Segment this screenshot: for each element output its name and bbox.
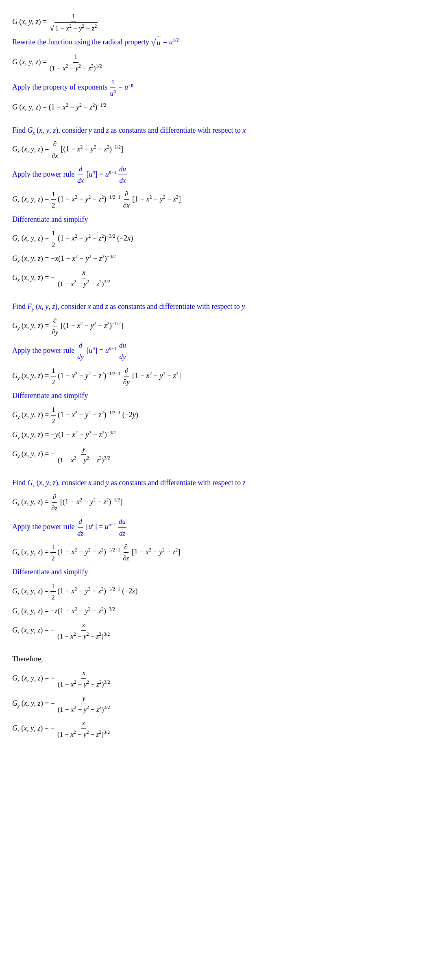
gx-step3: Gx (x, y, z) = −x(1 − x2 − y2 − z2)−3/2	[12, 253, 432, 265]
find-gx-label: Find Gx (x, y, z), consider y and z as c…	[12, 125, 432, 136]
gy-step2: Gy (x, y, z) = 1 2 (1 − x2 − y2 − z2)−1/…	[12, 404, 432, 427]
initial-function: G (x, y, z) = 1 √ 1 − x2 − y2 − z2	[12, 11, 432, 34]
gx-final: Gx (x, y, z) = − x (1 − x2 − y2 − z2)3/2	[12, 267, 432, 289]
gx-step2: Gx (x, y, z) = 1 2 (1 − x2 − y2 − z2)−3/…	[12, 228, 432, 250]
differentiate-simplify-z: Differentiate and simplify	[12, 566, 432, 578]
radical-property-label: Rewrite the function using the radical p…	[12, 36, 432, 49]
gz-step3: Gz (x, y, z) = −z(1 − x2 − y2 − z2)−3/2	[12, 605, 432, 617]
function-simplified: G (x, y, z) = (1 − x2 − y2 − z2)−1/2	[12, 101, 432, 113]
therefore-label: Therefore,	[12, 653, 432, 665]
gy-chain-rule: Gy (x, y, z) = 1 2 (1 − x2 − y2 − z2)−1/…	[12, 365, 432, 387]
gz-final: Gz (x, y, z) = − z (1 − x2 − y2 − z2)3/2	[12, 619, 432, 642]
final-gy: Gy (x, y, z) = − y (1 − x2 − y2 − z2)3/2	[12, 693, 432, 715]
differentiate-simplify-y: Differentiate and simplify	[12, 390, 432, 402]
exponents-property-label: Apply the property of exponents 1 un = u…	[12, 77, 432, 99]
power-rule-y-label: Apply the power rule d dy [un] = un−1 du…	[12, 340, 432, 362]
math-document: G (x, y, z) = 1 √ 1 − x2 − y2 − z2 Rewri…	[12, 11, 432, 740]
rewritten-function: G (x, y, z) = 1 (1 − x2 − y2 − z2)1/2	[12, 51, 432, 74]
final-gx: Gx (x, y, z) = − x (1 − x2 − y2 − z2)3/2	[12, 667, 432, 690]
gx-chain-rule: Gx (x, y, z) = 1 2 (1 − x2 − y2 − z2)−1/…	[12, 188, 432, 211]
gz-chain-rule: Gz (x, y, z) = 1 2 (1 − x2 − y2 − z2)−1/…	[12, 541, 432, 564]
power-rule-x-label: Apply the power rule d dx [un] = un−1 du…	[12, 164, 432, 186]
power-rule-z-label: Apply the power rule d dz [un] = un−1 du…	[12, 516, 432, 538]
gy-definition: Gy (x, y, z) = ∂ ∂y [(1 − x2 − y2 − z2)−…	[12, 315, 432, 337]
gz-step2: Gz (x, y, z) = 1 2 (1 − x2 − y2 − z2)−1/…	[12, 580, 432, 603]
find-gy-label: Find Fy (x, y, z), consider x and z as c…	[12, 301, 432, 313]
find-gz-label: Find Gz (x, y, z), consider x and y as c…	[12, 477, 432, 489]
gy-step3: Gy (x, y, z) = −y(1 − x2 − y2 − z2)−3/2	[12, 429, 432, 441]
gx-definition: Gx (x, y, z) = ∂ ∂x [(1 − x2 − y2 − z2)−…	[12, 138, 432, 161]
differentiate-simplify-x: Differentiate and simplify	[12, 214, 432, 225]
final-gz: Gz (x, y, z) = − z (1 − x2 − y2 − z2)3/2	[12, 718, 432, 740]
gz-definition: Gz (x, y, z) = ∂ ∂z [(1 − x2 − y2 − z2)−…	[12, 491, 432, 514]
gy-final: Gy (x, y, z) = − y (1 − x2 − y2 − z2)3/2	[12, 443, 432, 466]
